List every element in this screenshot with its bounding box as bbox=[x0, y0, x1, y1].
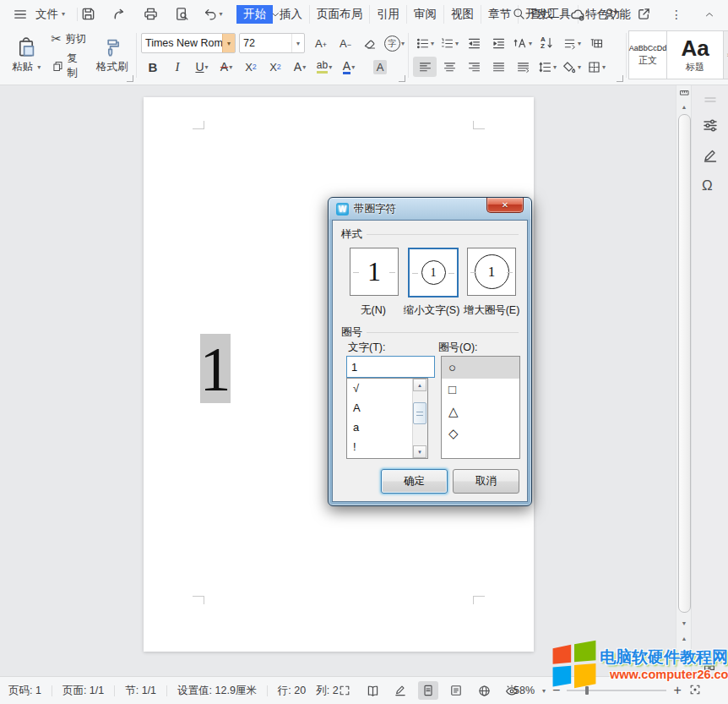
hamburger-menu-button[interactable] bbox=[10, 4, 30, 25]
tab-home[interactable]: 开始 bbox=[236, 5, 273, 24]
font-size-dropdown[interactable]: ▾ bbox=[291, 34, 304, 52]
bullets-button[interactable]: ▾ bbox=[413, 33, 437, 53]
strikethrough-button[interactable]: A▾ bbox=[215, 57, 238, 77]
underline-button[interactable]: U▾ bbox=[190, 57, 214, 77]
more-options-button[interactable]: ⋮ bbox=[666, 4, 687, 25]
scroll-up-button[interactable]: ▲ bbox=[677, 101, 691, 112]
tab-insert[interactable]: 插入 bbox=[273, 5, 309, 24]
bold-button[interactable]: B bbox=[141, 57, 165, 77]
font-name-combo[interactable]: Times New Roma ▾ bbox=[141, 33, 236, 53]
tab-view[interactable]: 视图 bbox=[443, 5, 481, 24]
list-scrollbar[interactable]: ▲ ▼ bbox=[412, 379, 427, 458]
zoom-dropdown-icon[interactable]: ▾ bbox=[542, 687, 546, 695]
web-layout-button[interactable] bbox=[474, 681, 494, 700]
zoom-in-button[interactable]: + bbox=[673, 686, 681, 695]
text-direction-button[interactable]: ▾ bbox=[511, 33, 535, 53]
writing-grid-button[interactable] bbox=[584, 33, 608, 53]
borders-button[interactable]: ▾ bbox=[584, 57, 608, 77]
file-menu[interactable]: 文件 ▾ bbox=[35, 7, 65, 22]
dialog-close-button[interactable]: ✕ bbox=[486, 198, 524, 213]
align-right-button[interactable] bbox=[462, 57, 486, 77]
select-browse-object-button[interactable]: ▫ bbox=[677, 646, 691, 658]
symbols-panel-button[interactable]: Ω bbox=[702, 177, 719, 194]
decrease-font-button[interactable]: A− bbox=[334, 33, 357, 53]
style-option-enlarge-circle[interactable]: 1 bbox=[467, 248, 516, 296]
character-shading-button[interactable]: A bbox=[368, 57, 392, 77]
clipboard-dialog-launcher[interactable] bbox=[127, 75, 133, 82]
paragraph-spacing-button[interactable]: ▾ bbox=[560, 33, 584, 53]
zoom-out-button[interactable]: − bbox=[552, 686, 560, 695]
font-color-button[interactable]: A▾ bbox=[337, 57, 361, 77]
clear-formatting-button[interactable] bbox=[358, 33, 382, 53]
tab-references[interactable]: 引用 bbox=[369, 5, 406, 24]
zoom-slider[interactable] bbox=[567, 690, 666, 691]
superscript-button[interactable]: X2 bbox=[239, 57, 263, 77]
style-option-shrink-text[interactable]: 1 bbox=[408, 248, 459, 297]
vertical-scrollbar[interactable]: ▲ ▼ ▲ ▫ bbox=[676, 85, 692, 676]
subscript-button[interactable]: X2 bbox=[263, 57, 287, 77]
collapse-ribbon-button[interactable] bbox=[699, 4, 720, 25]
format-painter-button[interactable]: 格式刷 bbox=[90, 30, 133, 81]
increase-font-button[interactable]: A+ bbox=[309, 33, 333, 53]
highlight-button[interactable]: ab▾ bbox=[312, 57, 336, 77]
line-spacing-button[interactable]: ▾ bbox=[535, 57, 559, 77]
dialog-title-bar[interactable]: W 带圈字符 bbox=[336, 202, 396, 216]
circle-option-circle[interactable]: ○ bbox=[442, 357, 519, 379]
outline-view-button[interactable] bbox=[446, 681, 466, 700]
ink-panel-button[interactable] bbox=[702, 147, 719, 164]
text-options-list[interactable]: √ A a ! ▲ ▼ bbox=[346, 378, 428, 459]
align-center-button[interactable] bbox=[437, 57, 461, 77]
boards-button[interactable] bbox=[702, 658, 719, 674]
style-normal[interactable]: AaBbCcDd 正文 bbox=[628, 30, 667, 79]
list-scroll-up-button[interactable]: ▲ bbox=[413, 379, 426, 391]
shading-button[interactable]: ▾ bbox=[560, 57, 584, 77]
style-heading[interactable]: Aa 标题 bbox=[667, 30, 724, 79]
selected-character[interactable]: 1 bbox=[200, 334, 231, 403]
cancel-button[interactable]: 取消 bbox=[453, 469, 519, 494]
write-mode-button[interactable] bbox=[390, 681, 410, 700]
text-effects-button[interactable]: A▾ bbox=[288, 57, 312, 77]
paragraph-dialog-launcher[interactable] bbox=[617, 75, 623, 82]
panel-drag-handle[interactable] bbox=[702, 91, 719, 108]
tab-review[interactable]: 审阅 bbox=[406, 5, 443, 24]
circle-option-square[interactable]: □ bbox=[442, 379, 519, 401]
circle-option-triangle[interactable]: △ bbox=[442, 401, 519, 423]
italic-button[interactable]: I bbox=[166, 57, 189, 77]
scroll-down-button[interactable]: ▼ bbox=[677, 617, 691, 629]
list-scrollbar-thumb[interactable] bbox=[413, 402, 426, 424]
decrease-indent-button[interactable] bbox=[462, 33, 486, 53]
print-preview-button[interactable] bbox=[171, 4, 192, 25]
fullscreen-button[interactable] bbox=[334, 681, 355, 700]
page-view-button[interactable] bbox=[418, 681, 438, 700]
distribute-button[interactable] bbox=[511, 57, 535, 77]
properties-panel-button[interactable] bbox=[702, 117, 719, 134]
tab-page-layout[interactable]: 页面布局 bbox=[309, 5, 369, 24]
export-button[interactable] bbox=[109, 4, 129, 25]
justify-button[interactable] bbox=[486, 57, 510, 77]
share-user-button[interactable] bbox=[600, 4, 621, 25]
ruler-toggle-button[interactable] bbox=[677, 86, 691, 98]
circle-option-diamond[interactable]: ◇ bbox=[442, 423, 519, 445]
previous-page-button[interactable]: ▲ bbox=[677, 632, 691, 644]
cut-button[interactable]: ✂ 剪切 bbox=[52, 31, 88, 46]
copy-button[interactable]: 复制 bbox=[52, 52, 88, 80]
align-left-button[interactable] bbox=[413, 57, 437, 77]
circle-text-input[interactable] bbox=[346, 356, 435, 378]
read-layout-button[interactable] bbox=[362, 681, 383, 700]
print-button[interactable] bbox=[140, 4, 160, 25]
numbering-button[interactable]: ▾ bbox=[437, 33, 461, 53]
circle-options-list[interactable]: ○ □ △ ◇ bbox=[441, 356, 520, 459]
sort-button[interactable]: AZ bbox=[535, 33, 559, 53]
scrollbar-thumb[interactable] bbox=[678, 114, 691, 613]
font-name-dropdown[interactable]: ▾ bbox=[222, 34, 235, 52]
find-button[interactable]: 查找 bbox=[512, 0, 553, 28]
ok-button[interactable]: 确定 bbox=[381, 469, 448, 494]
font-dialog-launcher[interactable] bbox=[399, 75, 405, 82]
styles-gallery-more-button[interactable]: › bbox=[724, 30, 728, 79]
style-option-none[interactable]: 1 bbox=[350, 248, 399, 296]
list-scroll-down-button[interactable]: ▼ bbox=[413, 445, 426, 458]
font-size-combo[interactable]: 72 ▾ bbox=[239, 33, 305, 53]
zoom-level[interactable]: 58% bbox=[513, 685, 535, 696]
undo-button[interactable]: ▾ bbox=[203, 4, 223, 25]
share-button[interactable] bbox=[633, 4, 654, 25]
